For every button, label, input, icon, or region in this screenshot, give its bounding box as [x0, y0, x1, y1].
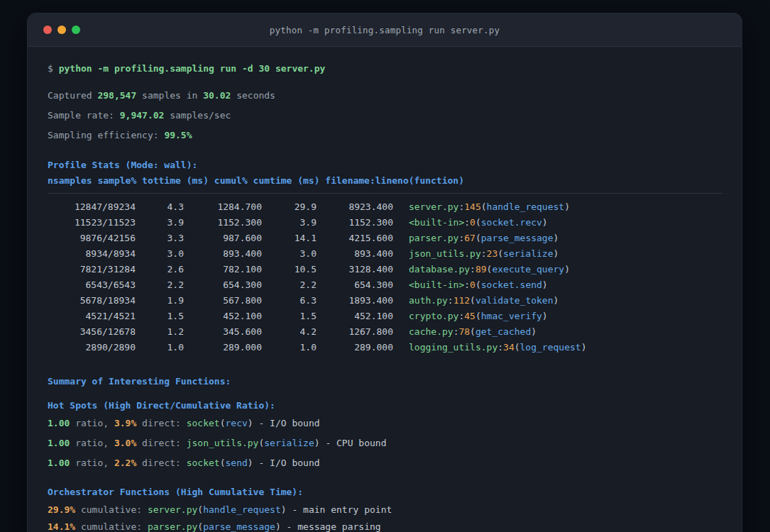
row-cumtime: 1267.800 [317, 324, 393, 340]
window-title: python -m profiling.sampling run server.… [28, 25, 742, 35]
hotspot-direct-label: direct: [142, 458, 181, 468]
captured-label: Captured [48, 90, 92, 101]
hotspot-line: 1.00 ratio, 2.2% direct: socket(send) - … [48, 455, 722, 471]
orchestrator-target: server.py(handle_request) [148, 504, 287, 515]
row-location: <built-in>:0(socket.send) [409, 277, 548, 293]
hotspot-ratio: 1.00 [48, 458, 70, 468]
sample-rate-value: 9,947.02 [120, 110, 165, 121]
row-cumul-pct: 2.2 [262, 277, 317, 293]
row-tottime: 567.800 [184, 293, 262, 309]
row-cumul-pct: 3.9 [262, 215, 317, 231]
table-header: nsamples sample% tottime (ms) cumul% cum… [48, 173, 722, 189]
row-tottime: 893.400 [184, 246, 262, 262]
profile-table: 12847/892344.31284.70029.98923.400server… [48, 199, 722, 355]
row-cumul-pct: 4.2 [262, 324, 317, 340]
orchestrator-line: 14.1% cumulative: parser.py(parse_messag… [48, 519, 722, 532]
efficiency-value: 99.5% [164, 130, 192, 140]
row-nsamples: 11523/11523 [48, 215, 136, 231]
captured-mid-label: samples in [142, 90, 197, 101]
profile-stats-heading: Profile Stats (Mode: wall): [48, 157, 722, 173]
efficiency-label: Sampling efficiency: [48, 130, 159, 140]
table-row: 11523/115233.91152.3003.91152.300<built-… [48, 215, 722, 231]
prompt-line: $ python -m profiling.sampling run -d 30… [48, 61, 722, 77]
table-row: 12847/892344.31284.70029.98923.400server… [48, 199, 722, 215]
hotspots-heading: Hot Spots (High Direct/Cumulative Ratio)… [48, 398, 722, 414]
row-sample-pct: 1.5 [136, 309, 184, 324]
row-cumul-pct: 29.9 [262, 199, 317, 215]
hotspot-ratio: 1.00 [48, 418, 70, 428]
row-tottime: 345.600 [184, 324, 262, 340]
hotspot-target: socket(recv) [187, 418, 253, 428]
row-cumtime: 3128.400 [317, 262, 393, 277]
row-location: <built-in>:0(socket.recv) [409, 215, 548, 231]
row-location: parser.py:67(parse_message) [409, 231, 559, 246]
row-sample-pct: 1.9 [136, 293, 184, 309]
row-cumtime: 4215.600 [317, 231, 393, 246]
table-row: 8934/89343.0893.4003.0893.400json_utils.… [48, 246, 722, 262]
hotspot-direct-label: direct: [142, 418, 181, 428]
row-sample-pct: 1.0 [136, 340, 184, 355]
table-row: 3456/126781.2345.6004.21267.800cache.py:… [48, 324, 722, 340]
orchestrator-pct: 29.9% [48, 504, 75, 515]
row-tottime: 289.000 [184, 340, 262, 355]
table-row: 5678/189341.9567.8006.31893.400auth.py:1… [48, 293, 722, 309]
hotspot-target: socket(send) [187, 458, 253, 468]
terminal-output[interactable]: $ python -m profiling.sampling run -d 30… [28, 47, 742, 532]
sample-rate-label: Sample rate: [48, 110, 114, 121]
hotspot-line: 1.00 ratio, 3.0% direct: json_utils.py(s… [48, 436, 722, 451]
command-text: python -m profiling.sampling run -d 30 s… [59, 63, 326, 74]
titlebar: python -m profiling.sampling run server.… [28, 13, 742, 47]
row-cumtime: 8923.400 [317, 199, 393, 215]
row-sample-pct: 4.3 [136, 199, 184, 215]
row-nsamples: 12847/89234 [48, 199, 136, 215]
row-nsamples: 2890/2890 [48, 340, 136, 355]
hotspot-pct: 3.0% [114, 438, 136, 448]
row-sample-pct: 3.9 [136, 215, 184, 231]
row-location: cache.py:78(get_cached) [409, 324, 537, 340]
hotspot-ratio-label: ratio, [75, 438, 109, 448]
orchestrator-note: - message parsing [287, 521, 381, 532]
hotspot-pct: 2.2% [114, 458, 136, 468]
row-cumtime: 654.300 [317, 277, 393, 293]
row-nsamples: 4521/4521 [48, 309, 136, 324]
row-tottime: 654.300 [184, 277, 262, 293]
row-sample-pct: 3.3 [136, 231, 184, 246]
row-location: logging_utils.py:34(log_request) [409, 340, 586, 355]
orchestrator-line: 29.9% cumulative: server.py(handle_reque… [48, 502, 722, 518]
row-location: json_utils.py:23(serialize) [409, 246, 559, 262]
row-location: crypto.py:45(hmac_verify) [409, 309, 548, 324]
captured-duration-value: 30.02 [203, 90, 231, 101]
orchestrator-target: parser.py(parse_message) [148, 521, 281, 532]
hotspot-ratio-label: ratio, [75, 458, 109, 468]
sample-rate-unit: samples/sec [170, 110, 231, 121]
row-sample-pct: 2.6 [136, 262, 184, 277]
row-cumul-pct: 1.0 [262, 340, 317, 355]
table-row: 9876/421563.3987.60014.14215.600parser.p… [48, 231, 722, 246]
hotspot-pct: 3.9% [114, 418, 136, 428]
table-row: 6543/65432.2654.3002.2654.300<built-in>:… [48, 277, 722, 293]
row-cumtime: 1152.300 [317, 215, 393, 231]
row-tottime: 987.600 [184, 231, 262, 246]
hotspot-note: - I/O bound [258, 458, 319, 468]
table-row: 4521/45211.5452.1001.5452.100crypto.py:4… [48, 309, 722, 324]
orchestrator-note: - main entry point [292, 504, 392, 515]
table-row: 2890/28901.0289.0001.0289.000logging_uti… [48, 340, 722, 355]
prompt-symbol: $ [48, 63, 53, 74]
hotspot-ratio-label: ratio, [75, 418, 109, 428]
terminal-window: python -m profiling.sampling run server.… [27, 13, 742, 532]
row-sample-pct: 3.0 [136, 246, 184, 262]
hotspot-direct-label: direct: [142, 438, 181, 448]
row-sample-pct: 1.2 [136, 324, 184, 340]
row-tottime: 1284.700 [184, 199, 262, 215]
row-sample-pct: 2.2 [136, 277, 184, 293]
hotspot-ratio: 1.00 [48, 438, 70, 448]
row-cumul-pct: 1.5 [262, 309, 317, 324]
orchestrator-pct: 14.1% [48, 521, 75, 532]
table-row: 7821/312842.6782.10010.53128.400database… [48, 262, 722, 277]
hotspot-line: 1.00 ratio, 3.9% direct: socket(recv) - … [48, 416, 722, 431]
row-cumul-pct: 10.5 [262, 262, 317, 277]
captured-samples-value: 298,547 [97, 90, 136, 101]
row-nsamples: 3456/12678 [48, 324, 136, 340]
hotspot-note: - CPU bound [325, 438, 386, 448]
row-cumtime: 1893.400 [317, 293, 393, 309]
